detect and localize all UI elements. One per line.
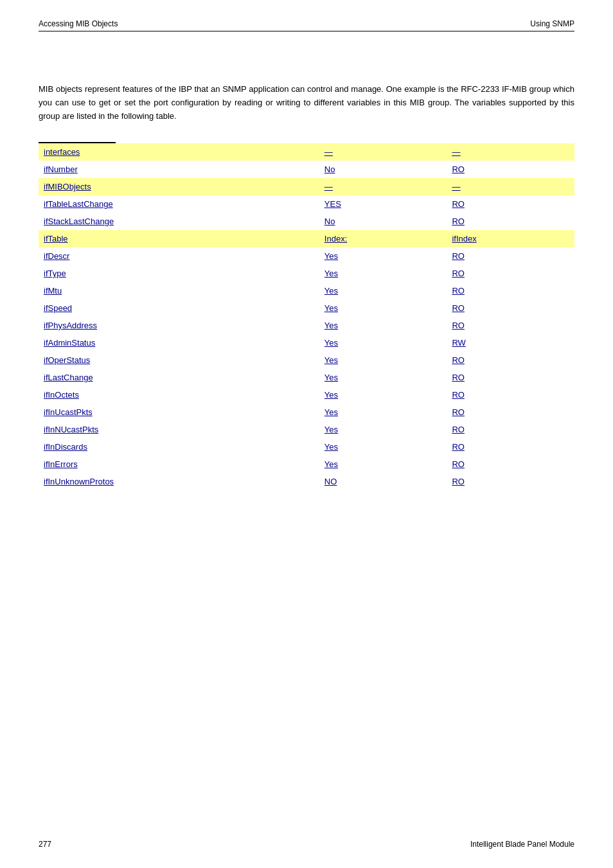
page-number: 277 bbox=[39, 840, 51, 849]
mib-name-link[interactable]: interfaces bbox=[44, 147, 80, 157]
col3-value[interactable]: RO bbox=[452, 390, 465, 400]
table-row: ifInNUcastPktsYesRO bbox=[39, 421, 574, 438]
col2-value[interactable]: Yes bbox=[324, 303, 338, 313]
mib-name-link[interactable]: ifInUcastPkts bbox=[44, 407, 93, 417]
col3-value[interactable]: RO bbox=[452, 477, 465, 486]
table-row: ifInErrorsYesRO bbox=[39, 456, 574, 473]
col2-value[interactable]: Yes bbox=[324, 355, 338, 365]
col2-value[interactable]: No bbox=[324, 217, 335, 226]
col2-dash[interactable]: — bbox=[324, 182, 333, 191]
table-row: ifInDiscardsYesRO bbox=[39, 438, 574, 456]
mib-name-link[interactable]: ifInErrors bbox=[44, 459, 78, 469]
col3-value[interactable]: RO bbox=[452, 199, 465, 209]
mib-name-link[interactable]: ifAdminStatus bbox=[44, 338, 95, 348]
col3-dash[interactable]: — bbox=[452, 147, 460, 157]
mib-name-link[interactable]: ifNumber bbox=[44, 164, 78, 174]
mib-name-link[interactable]: ifInNUcastPkts bbox=[44, 425, 98, 434]
mib-name-link[interactable]: ifInOctets bbox=[44, 390, 79, 400]
table-row: ifInUnknownProtosNORO bbox=[39, 473, 574, 490]
mib-name-link[interactable]: ifTable bbox=[44, 234, 68, 244]
table-row: ifMtuYesRO bbox=[39, 282, 574, 299]
col2-value[interactable]: Index: bbox=[324, 234, 347, 244]
col2-value[interactable]: Yes bbox=[324, 338, 338, 348]
col3-value[interactable]: RO bbox=[452, 459, 465, 469]
col2-value[interactable]: Yes bbox=[324, 390, 338, 400]
col3-value[interactable]: RO bbox=[452, 442, 465, 452]
footer-right: Intelligent Blade Panel Module bbox=[470, 840, 574, 849]
table-row: ifInOctetsYesRO bbox=[39, 386, 574, 403]
table-row: ifPhysAddressYesRO bbox=[39, 317, 574, 334]
mib-name-link[interactable]: ifType bbox=[44, 269, 66, 278]
mib-name-link[interactable]: ifLastChange bbox=[44, 373, 93, 382]
col2-value[interactable]: Yes bbox=[324, 286, 338, 296]
col2-value[interactable]: Yes bbox=[324, 373, 338, 382]
col2-value[interactable]: Yes bbox=[324, 459, 338, 469]
mib-name-link[interactable]: ifOperStatus bbox=[44, 355, 90, 365]
table-row: ifTableLastChangeYESRO bbox=[39, 195, 574, 213]
col2-value[interactable]: Yes bbox=[324, 251, 338, 261]
col3-value[interactable]: RO bbox=[452, 251, 465, 261]
mib-name-link[interactable]: ifMIBObjects bbox=[44, 182, 91, 191]
table-row: ifMIBObjects—— bbox=[39, 178, 574, 195]
page-container: Accessing MIB Objects Using SNMP MIB obj… bbox=[0, 0, 613, 529]
col2-value[interactable]: Yes bbox=[324, 425, 338, 434]
col2-value[interactable]: No bbox=[324, 164, 335, 174]
mib-name-link[interactable]: ifInUnknownProtos bbox=[44, 477, 114, 486]
col2-value[interactable]: Yes bbox=[324, 269, 338, 278]
mib-name-link[interactable]: ifInDiscards bbox=[44, 442, 87, 452]
table-row: ifOperStatusYesRO bbox=[39, 351, 574, 369]
col2-value[interactable]: Yes bbox=[324, 442, 338, 452]
table-row: interfaces—— bbox=[39, 143, 574, 161]
col2-value[interactable]: NO bbox=[324, 477, 337, 486]
table-row: ifLastChangeYesRO bbox=[39, 369, 574, 386]
mib-name-link[interactable]: ifTableLastChange bbox=[44, 199, 113, 209]
table-row: ifTableIndex:ifIndex bbox=[39, 230, 574, 247]
col3-value[interactable]: RO bbox=[452, 321, 465, 330]
mib-table: interfaces——ifNumberNoROifMIBObjects——if… bbox=[39, 143, 574, 490]
mib-name-link[interactable]: ifDescr bbox=[44, 251, 69, 261]
table-row: ifTypeYesRO bbox=[39, 265, 574, 282]
col3-dash[interactable]: — bbox=[452, 182, 460, 191]
table-row: ifDescrYesRO bbox=[39, 247, 574, 265]
col2-dash[interactable]: — bbox=[324, 147, 333, 157]
table-row: ifInUcastPktsYesRO bbox=[39, 403, 574, 421]
col3-value[interactable]: RO bbox=[452, 425, 465, 434]
mib-name-link[interactable]: ifMtu bbox=[44, 286, 62, 296]
mib-name-link[interactable]: ifPhysAddress bbox=[44, 321, 97, 330]
col2-value[interactable]: Yes bbox=[324, 321, 338, 330]
col3-value[interactable]: RO bbox=[452, 373, 465, 382]
col2-value[interactable]: YES bbox=[324, 199, 341, 209]
header-right: Using SNMP bbox=[530, 19, 574, 28]
page-footer: 277 Intelligent Blade Panel Module bbox=[39, 840, 574, 849]
col3-value[interactable]: RO bbox=[452, 269, 465, 278]
table-row: ifSpeedYesRO bbox=[39, 299, 574, 317]
table-row: ifAdminStatusYesRW bbox=[39, 334, 574, 351]
col3-value[interactable]: RO bbox=[452, 355, 465, 365]
col3-value[interactable]: RO bbox=[452, 286, 465, 296]
col3-value[interactable]: RO bbox=[452, 217, 465, 226]
col3-value[interactable]: ifIndex bbox=[452, 234, 476, 244]
col3-value[interactable]: RO bbox=[452, 407, 465, 417]
header-left: Accessing MIB Objects bbox=[39, 19, 118, 28]
table-section: interfaces——ifNumberNoROifMIBObjects——if… bbox=[39, 142, 574, 490]
col2-value[interactable]: Yes bbox=[324, 407, 338, 417]
mib-name-link[interactable]: ifStackLastChange bbox=[44, 217, 114, 226]
table-row: ifNumberNoRO bbox=[39, 161, 574, 178]
table-row: ifStackLastChangeNoRO bbox=[39, 213, 574, 230]
col3-value[interactable]: RO bbox=[452, 303, 465, 313]
mib-name-link[interactable]: ifSpeed bbox=[44, 303, 72, 313]
col3-value[interactable]: RW bbox=[452, 338, 465, 348]
intro-paragraph: MIB objects represent features of the IB… bbox=[39, 83, 574, 123]
page-header: Accessing MIB Objects Using SNMP bbox=[39, 19, 574, 31]
col3-value[interactable]: RO bbox=[452, 164, 465, 174]
